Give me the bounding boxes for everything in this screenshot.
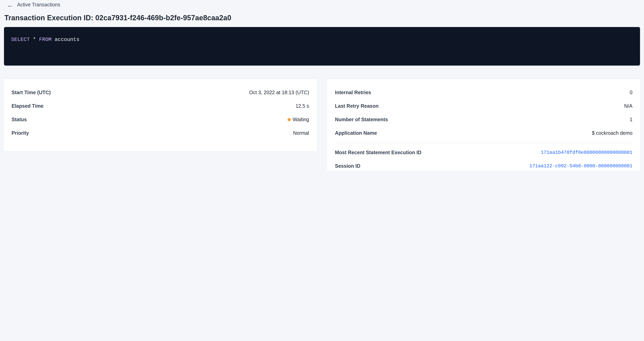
start-time-label: Start Time (UTC) — [12, 90, 51, 95]
number-of-statements-row: Number of Statements 1 — [335, 113, 632, 126]
card-divider — [335, 143, 632, 143]
status-value-text: Waiting — [293, 117, 309, 122]
transaction-details-page: ← Active Transactions Transaction Execut… — [0, 0, 644, 170]
priority-value: Normal — [293, 130, 309, 136]
status-label: Status — [12, 117, 27, 122]
details-card: Internal Retries 0 Last Retry Reason N/A… — [326, 79, 641, 170]
sql-table-name: accounts — [52, 36, 79, 42]
arrow-left-icon: ← — [7, 2, 13, 8]
priority-row: Priority Normal — [12, 126, 309, 140]
summary-cards-row: Start Time (UTC) Oct 3, 2022 at 18:13 (U… — [3, 79, 641, 170]
start-time-value: Oct 3, 2022 at 18:13 (UTC) — [249, 90, 309, 95]
internal-retries-value: 0 — [630, 90, 632, 95]
back-link-active-transactions[interactable]: ← Active Transactions — [7, 1, 60, 8]
waiting-status-dot-icon — [288, 118, 291, 121]
elapsed-time-label: Elapsed Time — [12, 103, 44, 109]
back-link-label: Active Transactions — [17, 2, 60, 7]
internal-retries-label: Internal Retries — [335, 90, 371, 95]
sql-keyword-select: SELECT — [11, 36, 30, 42]
application-name-row: Application Name $ cockroach demo — [335, 126, 632, 140]
last-retry-reason-row: Last Retry Reason N/A — [335, 99, 632, 113]
sql-star: * — [30, 36, 39, 42]
overview-card: Start Time (UTC) Oct 3, 2022 at 18:13 (U… — [3, 79, 318, 151]
sql-keyword-from: FROM — [39, 36, 51, 42]
session-id-label: Session ID — [335, 163, 360, 169]
sql-statement-box: SELECT * FROM accounts — [4, 27, 640, 65]
statement-execution-id-label: Most Recent Statement Execution ID — [335, 150, 422, 155]
last-retry-reason-label: Last Retry Reason — [335, 103, 379, 109]
session-id-link[interactable]: 171aa122-c092-54b8-0000-000000000001 — [530, 163, 633, 169]
page-title: Transaction Execution ID: 02ca7931-f246-… — [4, 14, 231, 22]
statement-execution-id-link[interactable]: 171aa1b478fdf0e80000000000000001 — [541, 150, 632, 155]
number-of-statements-value: 1 — [630, 117, 632, 122]
status-value: Waiting — [288, 117, 309, 122]
application-name-value: $ cockroach demo — [592, 130, 632, 136]
elapsed-time-value: 12.5 s — [296, 103, 309, 109]
statement-execution-id-row: Most Recent Statement Execution ID 171aa… — [335, 146, 632, 159]
status-row: Status Waiting — [12, 113, 309, 126]
internal-retries-row: Internal Retries 0 — [335, 86, 632, 99]
priority-label: Priority — [12, 130, 29, 136]
session-id-row: Session ID 171aa122-c092-54b8-0000-00000… — [335, 159, 632, 170]
number-of-statements-label: Number of Statements — [335, 117, 388, 122]
elapsed-time-row: Elapsed Time 12.5 s — [12, 99, 309, 113]
start-time-row: Start Time (UTC) Oct 3, 2022 at 18:13 (U… — [12, 86, 309, 99]
sql-statement: SELECT * FROM accounts — [11, 36, 640, 42]
last-retry-reason-value: N/A — [624, 103, 632, 109]
application-name-label: Application Name — [335, 130, 377, 136]
